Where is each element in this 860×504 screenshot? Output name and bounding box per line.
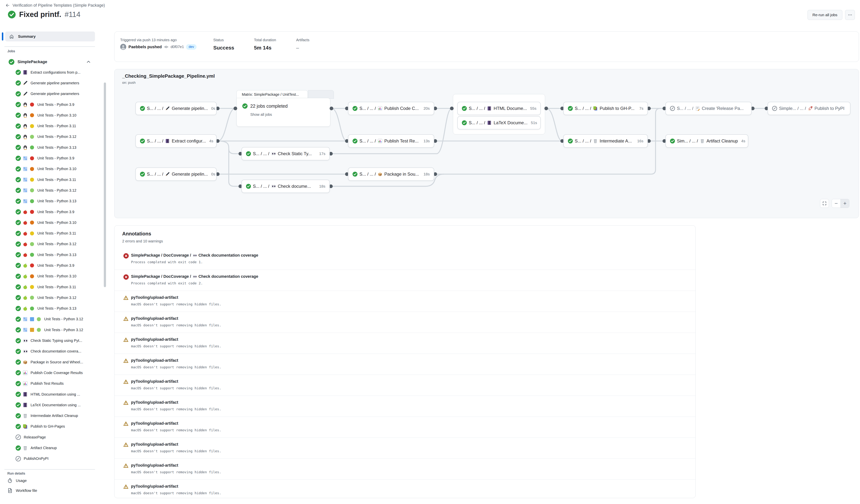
sidebar-item-unit-tests-python-3-11[interactable]: Unit Tests - Python 3.11 [0,120,103,131]
sidebar-divider [4,469,95,470]
annotation-title[interactable]: pyTooling/upload-artifact [131,358,178,363]
sidebar-item-extract-configurations-from-p[interactable]: Extract configurations from p... [0,67,103,78]
graph-node-artifact-cleanup[interactable]: Sim... / ... /Artifact Cleanup4s [665,134,748,148]
sidebar-item-unit-tests-python-3-10[interactable]: Unit Tests - Python 3.10 [0,164,103,174]
sidebar-item-releasepage[interactable]: ReleasePage [0,432,103,443]
graph-node-generate-pipelin[interactable]: S... / ... /Generate pipelin...0s [135,168,217,181]
annotation-title[interactable]: SimplePackage / DocCoverage /Check docum… [131,274,258,279]
annotation-title[interactable]: pyTooling/upload-artifact [131,421,178,426]
node-prefix: S... / ... / [575,106,591,111]
annotation-message: macOS doesn't support removing hidden fi… [131,323,221,327]
success-icon [462,106,467,111]
sidebar-item-unit-tests-python-3-13[interactable]: Unit Tests - Python 3.13 [0,142,103,153]
sidebar-item-unit-tests-python-3-12[interactable]: Unit Tests - Python 3.12 [0,325,103,335]
sidebar-item-unit-tests-python-3-12[interactable]: Unit Tests - Python 3.12 [0,314,103,325]
sidebar-item-unit-tests-python-3-9[interactable]: Unit Tests - Python 3.9 [0,153,103,163]
sidebar-item-unit-tests-python-3-12[interactable]: Unit Tests - Python 3.12 [0,239,103,249]
annotation-title[interactable]: pyTooling/upload-artifact [131,379,178,384]
dot-red-icon [29,102,34,107]
dot-orange-icon [29,220,34,225]
sidebar-item-generate-pipeline-parameters[interactable]: Generate pipeline parameters [0,88,103,99]
kebab-menu-button[interactable] [845,10,855,20]
graph-node-check-static-ty[interactable]: S... / ... /Check Static Ty...17s [242,147,330,160]
sidebar-item-intermediate-artifact-cleanup[interactable]: Intermediate Artifact Cleanup [0,411,103,421]
sidebar-item-artifact-cleanup[interactable]: Artifact Cleanup [0,443,103,453]
fullscreen-button[interactable] [820,199,829,208]
graph-node-create-release-pa[interactable]: S... / ... /Create 'Release Pa... [665,102,751,115]
avatar[interactable] [120,44,126,50]
graph-node-intermediate-a[interactable]: S... / ... /Intermediate A...16s [563,134,648,148]
graph-node-generate-pipelin[interactable]: S... / ... /Generate pipelin...0s [135,102,217,115]
sidebar-item-check-static-typing-using-pyt[interactable]: Check Static Typing using Pyt... [0,335,103,346]
annotation-title[interactable]: pyTooling/upload-artifact [131,463,178,468]
book-icon [487,106,492,111]
annotation-title[interactable]: pyTooling/upload-artifact [131,316,178,321]
sidebar-item-unit-tests-python-3-12[interactable]: Unit Tests - Python 3.12 [0,185,103,196]
job-label: HTML Documentation using ... [31,392,80,397]
sidebar-item-publish-to-gh-pages[interactable]: Publish to GH-Pages [0,421,103,432]
dot-yellow-icon [29,231,34,236]
sidebar-item-workflow-file[interactable]: Workflow file [0,486,103,495]
job-label: Unit Tests - Python 3.11 [37,124,76,128]
sidebar-item-generate-pipeline-parameters[interactable]: Generate pipeline parameters [0,78,103,88]
annotation-title[interactable]: pyTooling/upload-artifact [131,484,178,489]
sidebar-item-unit-tests-python-3-10[interactable]: Unit Tests - Python 3.10 [0,217,103,228]
success-icon [15,102,21,107]
success-icon [246,184,251,189]
annotation-warning: pyTooling/upload-artifactmacOS doesn't s… [114,395,696,417]
rerun-all-jobs-button[interactable]: Re-run all jobs [807,10,842,20]
annotation-title[interactable]: pyTooling/upload-artifact [131,442,178,447]
graph-node-extract-configur[interactable]: S... / ... /Extract configur...4s [135,134,217,148]
annotation-title[interactable]: pyTooling/upload-artifact [131,337,178,342]
annotation-title[interactable]: pyTooling/upload-artifact [131,295,178,300]
sidebar-item-usage[interactable]: Usage [0,476,103,486]
sidebar-item-publishonpypi[interactable]: PublishOnPyPI [0,453,103,464]
sidebar-group-simplepackage[interactable]: SimplePackage [0,57,103,67]
graph-node-publish-to-gh-p[interactable]: S... / ... /Publish to GH-P...7s [563,102,648,115]
sidebar-item-unit-tests-python-3-13[interactable]: Unit Tests - Python 3.13 [0,196,103,206]
zoom-out-button[interactable]: − [832,199,841,207]
branch-badge[interactable]: dev [186,44,197,50]
sidebar-item-unit-tests-python-3-13[interactable]: Unit Tests - Python 3.13 [0,303,103,314]
sidebar-item-unit-tests-python-3-13[interactable]: Unit Tests - Python 3.13 [0,249,103,260]
apple-green-icon [23,274,28,279]
sidebar-item-unit-tests-python-3-11[interactable]: Unit Tests - Python 3.11 [0,174,103,185]
sidebar-item-publish-test-results[interactable]: Publish Test Results [0,378,103,389]
sidebar-item-summary[interactable]: Summary [5,31,95,41]
sidebar-item-unit-tests-python-3-12[interactable]: Unit Tests - Python 3.12 [0,292,103,303]
sidebar-item-check-documentation-covera[interactable]: Check documentation covera... [0,346,103,357]
sidebar-item-package-in-source-and-wheel[interactable]: Package in Source and Wheel... [0,357,103,368]
graph-node-publish-code-c[interactable]: S... / ... /Publish Code C...20s [348,102,434,115]
book-icon [165,139,170,143]
back-arrow-icon[interactable] [5,3,10,8]
sidebar-item-html-documentation-using[interactable]: HTML Documentation using ... [0,389,103,400]
zoom-in-button[interactable]: + [841,199,849,207]
actor-action[interactable]: Paebbels pushed [128,45,162,49]
sidebar-item-unit-tests-python-3-9[interactable]: Unit Tests - Python 3.9 [0,99,103,110]
annotation-title[interactable]: SimplePackage / DocCoverage /Check docum… [131,253,258,258]
job-label: Unit Tests - Python 3.11 [37,231,76,235]
sidebar-item-unit-tests-python-3-10[interactable]: Unit Tests - Python 3.10 [0,110,103,120]
graph-node-publish-to-pypi[interactable]: Simple... / ... /Publish to PyPI [768,102,850,115]
graph-node-package-in-sou[interactable]: S... / ... /Package in Sou...18s [348,168,434,181]
graph-node-check-docume[interactable]: S... / ... /Check docume...18s [242,179,330,193]
graph-node-publish-test-re[interactable]: S... / ... /Publish Test Re...13s [348,134,434,148]
sidebar-item-unit-tests-python-3-9[interactable]: Unit Tests - Python 3.9 [0,260,103,271]
sidebar-item-unit-tests-python-3-12[interactable]: Unit Tests - Python 3.12 [0,131,103,142]
sidebar-item-unit-tests-python-3-11[interactable]: Unit Tests - Python 3.11 [0,228,103,239]
chevron-up-icon[interactable] [86,59,91,64]
sidebar-item-unit-tests-python-3-10[interactable]: Unit Tests - Python 3.10 [0,271,103,282]
annotation-warning: pyTooling/upload-artifactmacOS doesn't s… [114,437,696,459]
graph-node-html-docume[interactable]: S... / ... /HTML Docume...55s [457,102,541,115]
graph-node-latex-docume[interactable]: S... / ... /LaTeX Docume...51s [457,116,541,129]
sidebar-item-unit-tests-python-3-9[interactable]: Unit Tests - Python 3.9 [0,206,103,217]
job-label: Unit Tests - Python 3.10 [37,167,76,171]
commit-sha[interactable]: d0f07e1 [171,45,184,49]
annotation-title[interactable]: pyTooling/upload-artifact [131,400,178,405]
scrollbar-thumb[interactable] [104,83,106,287]
breadcrumb[interactable]: Verification of Pipeline Templates (Simp… [13,3,105,8]
sidebar-item-latex-documentation-using[interactable]: LaTeX Documentation using ... [0,400,103,410]
node-prefix: S... / ... / [359,139,376,144]
sidebar-item-unit-tests-python-3-11[interactable]: Unit Tests - Python 3.11 [0,282,103,292]
sidebar-item-publish-code-coverage-results[interactable]: Publish Code Coverage Results [0,368,103,378]
